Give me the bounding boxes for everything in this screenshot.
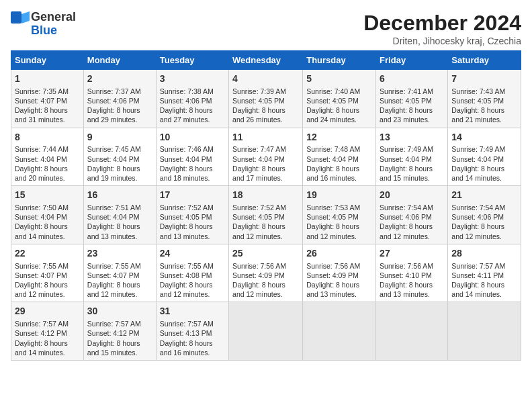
logo: General Blue (11, 11, 76, 38)
day-number: 15 (15, 189, 80, 201)
calendar-week-row: 22Sunrise: 7:55 AM Sunset: 4:07 PM Dayli… (11, 244, 521, 302)
svg-rect-0 (11, 11, 21, 24)
logo-blue-text: Blue (31, 24, 57, 38)
calendar-cell: 20Sunrise: 7:54 AM Sunset: 4:06 PM Dayli… (376, 186, 448, 244)
calendar-cell (376, 302, 448, 361)
calendar-cell: 1Sunrise: 7:35 AM Sunset: 4:07 PM Daylig… (11, 70, 84, 128)
day-info: Sunrise: 7:57 AM Sunset: 4:11 PM Dayligh… (451, 261, 517, 300)
day-number: 6 (380, 73, 444, 85)
day-number: 30 (87, 305, 152, 318)
calendar-cell (448, 302, 521, 361)
day-number: 19 (306, 189, 372, 201)
calendar-cell (303, 302, 376, 361)
logo-icon (11, 11, 30, 24)
location-subtitle: Driten, Jihocesky kraj, Czechia (363, 36, 521, 46)
day-number: 7 (451, 73, 517, 85)
day-number: 3 (160, 73, 225, 85)
column-header-tuesday: Tuesday (156, 51, 228, 70)
day-number: 8 (15, 131, 80, 144)
calendar-week-row: 8Sunrise: 7:44 AM Sunset: 4:04 PM Daylig… (11, 128, 521, 186)
day-number: 10 (160, 131, 225, 144)
day-number: 18 (232, 189, 299, 201)
day-info: Sunrise: 7:51 AM Sunset: 4:04 PM Dayligh… (87, 203, 152, 241)
calendar-week-row: 15Sunrise: 7:50 AM Sunset: 4:04 PM Dayli… (11, 186, 521, 244)
calendar-body: 1Sunrise: 7:35 AM Sunset: 4:07 PM Daylig… (11, 70, 521, 361)
column-header-sunday: Sunday (11, 51, 84, 70)
day-info: Sunrise: 7:57 AM Sunset: 4:13 PM Dayligh… (160, 319, 225, 357)
day-info: Sunrise: 7:57 AM Sunset: 4:12 PM Dayligh… (15, 319, 80, 357)
day-number: 20 (380, 189, 444, 201)
calendar-cell: 12Sunrise: 7:48 AM Sunset: 4:04 PM Dayli… (303, 128, 376, 186)
calendar-cell: 7Sunrise: 7:43 AM Sunset: 4:05 PM Daylig… (448, 70, 521, 128)
calendar-cell: 11Sunrise: 7:47 AM Sunset: 4:04 PM Dayli… (229, 128, 303, 186)
title-area: December 2024 Driten, Jihocesky kraj, Cz… (363, 11, 521, 46)
column-header-monday: Monday (83, 51, 156, 70)
calendar-cell: 23Sunrise: 7:55 AM Sunset: 4:07 PM Dayli… (83, 244, 156, 302)
calendar-cell: 31Sunrise: 7:57 AM Sunset: 4:13 PM Dayli… (156, 302, 228, 361)
calendar-cell: 21Sunrise: 7:54 AM Sunset: 4:06 PM Dayli… (448, 186, 521, 244)
day-info: Sunrise: 7:56 AM Sunset: 4:09 PM Dayligh… (306, 261, 372, 300)
calendar-cell: 4Sunrise: 7:39 AM Sunset: 4:05 PM Daylig… (229, 70, 303, 128)
day-info: Sunrise: 7:55 AM Sunset: 4:08 PM Dayligh… (160, 261, 225, 300)
calendar-cell: 28Sunrise: 7:57 AM Sunset: 4:11 PM Dayli… (448, 244, 521, 302)
day-number: 25 (232, 247, 299, 260)
column-header-thursday: Thursday (303, 51, 376, 70)
day-number: 11 (232, 131, 299, 144)
calendar-week-row: 29Sunrise: 7:57 AM Sunset: 4:12 PM Dayli… (11, 302, 521, 361)
calendar-cell: 6Sunrise: 7:41 AM Sunset: 4:05 PM Daylig… (376, 70, 448, 128)
day-number: 21 (451, 189, 517, 201)
calendar-cell: 22Sunrise: 7:55 AM Sunset: 4:07 PM Dayli… (11, 244, 84, 302)
day-info: Sunrise: 7:48 AM Sunset: 4:04 PM Dayligh… (306, 144, 372, 183)
header: General Blue December 2024 Driten, Jihoc… (11, 11, 521, 46)
day-info: Sunrise: 7:56 AM Sunset: 4:10 PM Dayligh… (380, 261, 444, 300)
calendar-cell: 17Sunrise: 7:52 AM Sunset: 4:05 PM Dayli… (156, 186, 228, 244)
calendar-cell: 25Sunrise: 7:56 AM Sunset: 4:09 PM Dayli… (229, 244, 303, 302)
day-info: Sunrise: 7:56 AM Sunset: 4:09 PM Dayligh… (232, 261, 299, 300)
calendar-cell (229, 302, 303, 361)
day-info: Sunrise: 7:49 AM Sunset: 4:04 PM Dayligh… (451, 144, 517, 183)
day-number: 1 (15, 73, 80, 85)
day-info: Sunrise: 7:38 AM Sunset: 4:06 PM Dayligh… (160, 87, 225, 125)
day-number: 29 (15, 305, 80, 318)
day-info: Sunrise: 7:54 AM Sunset: 4:06 PM Dayligh… (451, 203, 517, 241)
calendar-cell: 3Sunrise: 7:38 AM Sunset: 4:06 PM Daylig… (156, 70, 228, 128)
day-info: Sunrise: 7:44 AM Sunset: 4:04 PM Dayligh… (15, 144, 80, 183)
calendar-cell: 18Sunrise: 7:52 AM Sunset: 4:05 PM Dayli… (229, 186, 303, 244)
calendar-header-row: SundayMondayTuesdayWednesdayThursdayFrid… (11, 51, 521, 70)
calendar-cell: 26Sunrise: 7:56 AM Sunset: 4:09 PM Dayli… (303, 244, 376, 302)
day-number: 5 (306, 73, 372, 85)
day-number: 31 (160, 305, 225, 318)
day-number: 13 (380, 131, 444, 144)
calendar-cell: 16Sunrise: 7:51 AM Sunset: 4:04 PM Dayli… (83, 186, 156, 244)
calendar-cell: 5Sunrise: 7:40 AM Sunset: 4:05 PM Daylig… (303, 70, 376, 128)
calendar-table: SundayMondayTuesdayWednesdayThursdayFrid… (11, 50, 521, 361)
day-number: 26 (306, 247, 372, 260)
month-title: December 2024 (363, 11, 521, 36)
calendar-week-row: 1Sunrise: 7:35 AM Sunset: 4:07 PM Daylig… (11, 70, 521, 128)
day-info: Sunrise: 7:39 AM Sunset: 4:05 PM Dayligh… (232, 87, 299, 125)
calendar-cell: 14Sunrise: 7:49 AM Sunset: 4:04 PM Dayli… (448, 128, 521, 186)
day-info: Sunrise: 7:47 AM Sunset: 4:04 PM Dayligh… (232, 144, 299, 183)
calendar-cell: 10Sunrise: 7:46 AM Sunset: 4:04 PM Dayli… (156, 128, 228, 186)
day-number: 16 (87, 189, 152, 201)
column-header-wednesday: Wednesday (229, 51, 303, 70)
day-info: Sunrise: 7:43 AM Sunset: 4:05 PM Dayligh… (451, 87, 517, 125)
calendar-cell: 27Sunrise: 7:56 AM Sunset: 4:10 PM Dayli… (376, 244, 448, 302)
day-number: 24 (160, 247, 225, 260)
day-info: Sunrise: 7:55 AM Sunset: 4:07 PM Dayligh… (87, 261, 152, 300)
column-header-saturday: Saturday (448, 51, 521, 70)
day-info: Sunrise: 7:57 AM Sunset: 4:12 PM Dayligh… (87, 319, 152, 357)
calendar-cell: 9Sunrise: 7:45 AM Sunset: 4:04 PM Daylig… (83, 128, 156, 186)
day-info: Sunrise: 7:49 AM Sunset: 4:04 PM Dayligh… (380, 144, 444, 183)
calendar-cell: 15Sunrise: 7:50 AM Sunset: 4:04 PM Dayli… (11, 186, 84, 244)
day-number: 27 (380, 247, 444, 260)
calendar-cell: 2Sunrise: 7:37 AM Sunset: 4:06 PM Daylig… (83, 70, 156, 128)
day-info: Sunrise: 7:52 AM Sunset: 4:05 PM Dayligh… (160, 203, 225, 241)
day-info: Sunrise: 7:53 AM Sunset: 4:05 PM Dayligh… (306, 203, 372, 241)
day-info: Sunrise: 7:45 AM Sunset: 4:04 PM Dayligh… (87, 144, 152, 183)
day-info: Sunrise: 7:40 AM Sunset: 4:05 PM Dayligh… (306, 87, 372, 125)
svg-marker-1 (21, 11, 30, 24)
calendar-cell: 13Sunrise: 7:49 AM Sunset: 4:04 PM Dayli… (376, 128, 448, 186)
day-info: Sunrise: 7:41 AM Sunset: 4:05 PM Dayligh… (380, 87, 444, 125)
calendar-cell: 24Sunrise: 7:55 AM Sunset: 4:08 PM Dayli… (156, 244, 228, 302)
